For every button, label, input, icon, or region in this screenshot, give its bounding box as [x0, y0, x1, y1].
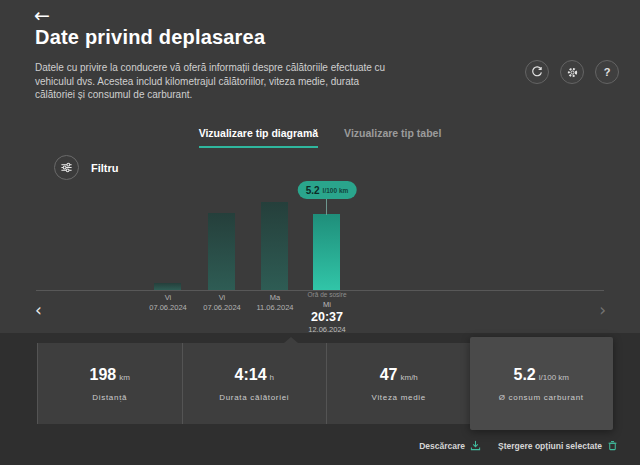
stat-unit: km/h: [400, 373, 417, 382]
footer-actions: Descărcare Ștergere opțiuni selectate: [419, 440, 618, 451]
page-title: Date privind deplasarea: [35, 26, 265, 49]
settings-button[interactable]: [560, 60, 584, 84]
tab-table-view[interactable]: Vizualizare tip tabel: [344, 127, 441, 148]
stat-label: Ø consum carburant: [499, 393, 584, 402]
stat-card-avg-speed[interactable]: 47 km/h Viteza medie: [326, 343, 471, 424]
page-description: Datele cu privire la conducere vă oferă …: [35, 61, 393, 102]
tooltip-unit: l/100 km: [323, 187, 349, 194]
stat-label: Durata călătoriei: [219, 393, 289, 402]
tab-diagram-view[interactable]: Vizualizare tip diagramă: [199, 127, 318, 148]
chart-prev-button[interactable]: ‹: [35, 301, 42, 319]
stats-panel: 198 km Distanță 4:14 h Durata călătoriei…: [37, 343, 612, 424]
arrival-time-note: Oră de sosire: [279, 290, 375, 300]
chart-next-button[interactable]: ›: [599, 301, 606, 319]
stat-value: 4:14: [235, 366, 267, 384]
tooltip-connector-line: [326, 199, 327, 215]
stat-card-duration[interactable]: 4:14 h Durata călătoriei: [182, 343, 327, 424]
header-actions: ?: [525, 60, 619, 84]
chart-bar[interactable]: [208, 213, 235, 290]
back-arrow-icon: ←: [34, 4, 50, 26]
back-button[interactable]: ←: [34, 4, 50, 26]
stat-value: 47: [380, 366, 398, 384]
stat-unit: l/100 km: [539, 373, 569, 382]
chart-bar[interactable]: [261, 202, 288, 290]
stat-label: Viteza medie: [371, 393, 426, 402]
fuel-consumption-chart: 5.2 l/100 km: [36, 170, 604, 291]
download-icon: [470, 440, 481, 451]
stat-unit: h: [270, 373, 274, 382]
trip-data-screen: ← Date privind deplasarea Datele cu priv…: [0, 0, 640, 465]
view-tabs: Vizualizare tip diagramă Vizualizare tip…: [0, 127, 640, 148]
stat-label: Distanță: [92, 393, 127, 402]
trash-icon: [607, 440, 618, 451]
delete-label: Ștergere opțiuni selectate: [498, 441, 602, 451]
stat-unit: km: [119, 373, 130, 382]
stat-value: 198: [90, 366, 117, 384]
refresh-icon: [531, 66, 543, 78]
gear-icon: [566, 66, 579, 79]
arrival-time: 20:37: [279, 310, 375, 324]
help-button[interactable]: ?: [595, 60, 619, 84]
stat-card-distance[interactable]: 198 km Distanță: [37, 343, 182, 424]
refresh-button[interactable]: [525, 60, 549, 84]
stat-value: 5.2: [514, 366, 536, 384]
stat-card-fuel-consumption[interactable]: 5.2 l/100 km Ø consum carburant: [470, 337, 614, 430]
selected-bar-caret: [284, 337, 298, 343]
stats-section: 198 km Distanță 4:14 h Durata călătoriei…: [0, 333, 640, 465]
x-axis-label-selected[interactable]: Oră de sosire Mi 20:37 12.06.2024: [279, 290, 375, 335]
delete-selected-button[interactable]: Ștergere opțiuni selectate: [498, 440, 618, 451]
download-button[interactable]: Descărcare: [419, 440, 481, 451]
question-mark-icon: ?: [604, 66, 611, 78]
chart-tooltip: 5.2 l/100 km: [298, 181, 357, 199]
download-label: Descărcare: [419, 441, 465, 451]
day-label: Mi: [279, 300, 375, 310]
tooltip-value: 5.2: [306, 185, 320, 196]
chart-bar[interactable]: [154, 283, 181, 290]
chart-bar-selected[interactable]: [313, 214, 340, 290]
